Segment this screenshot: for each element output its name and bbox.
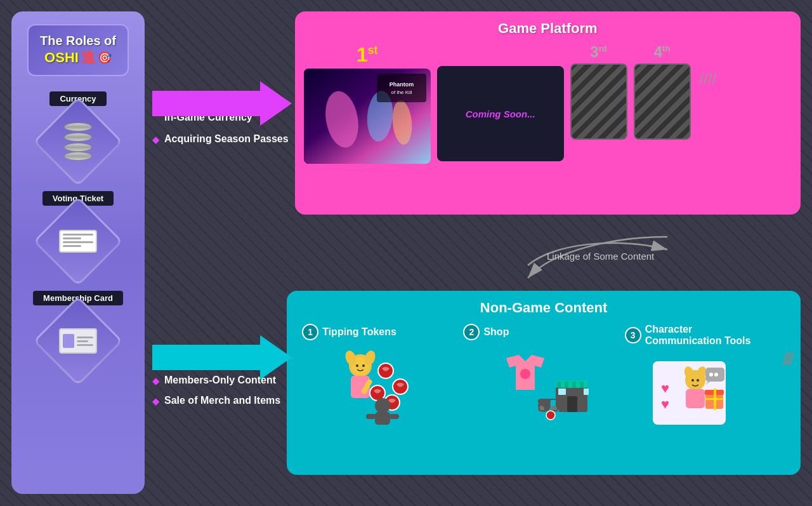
svg-marker-10: [152, 335, 292, 380]
tipping-tokens-label: Tipping Tokens: [322, 326, 396, 338]
game-image-1: Phantom of the Kill: [304, 69, 431, 164]
linkage-area: Linkage of Some Content: [490, 230, 705, 288]
game-2-caption: Coming Soon: [468, 165, 534, 176]
svg-text:♥: ♥: [661, 396, 669, 412]
voting-ticket-diamond: [33, 196, 122, 286]
voting-ticket-icon: [59, 230, 97, 253]
bullet-season-text: Acquiring Season Passes: [164, 133, 289, 145]
currency-diamond: [33, 97, 122, 186]
left-panel: The Roles of OSHI 進 🎯 Currency Voting Ti…: [11, 11, 145, 494]
svg-text:of the Kill: of the Kill: [391, 90, 412, 95]
bullet-sale-text: Sale of Merch and Items: [164, 395, 280, 406]
pink-arrow-top: [152, 81, 292, 128]
svg-point-59: [714, 373, 718, 376]
diamond-bullet-5: ◆: [152, 396, 159, 406]
svg-rect-63: [705, 398, 724, 400]
game-card-2: 2nd Coming Soon... Coming Soon: [437, 44, 564, 176]
coin-1: [64, 123, 92, 131]
rank-sup-3: rd: [599, 44, 607, 53]
rank-1st: 1st: [357, 44, 377, 65]
svg-text:Phantom: Phantom: [389, 81, 414, 88]
rank-sup-4: th: [662, 44, 670, 53]
membership-card-item: Membership Card: [33, 291, 123, 373]
game-image-4: [634, 63, 691, 140]
rank-sup-1: st: [368, 44, 378, 57]
shop-num: 2: [463, 324, 480, 340]
svg-marker-0: [152, 81, 292, 126]
svg-text:♥: ♥: [661, 380, 669, 396]
linkage-text: Linkage of Some Content: [547, 251, 654, 262]
coin-3: [64, 143, 92, 152]
rank-4th: 4th: [654, 44, 671, 60]
currency-item: Currency: [46, 91, 110, 173]
middle-section: Linkage of Some Content: [152, 227, 801, 291]
bottom-section: ◆ Voting and Gifting ◆ Members-Only Cont…: [152, 291, 801, 495]
game-platform-title: Game Platform: [304, 20, 792, 37]
non-game-items: 1 Tipping Tokens: [296, 324, 792, 434]
game-card-3: 3rd: [570, 44, 627, 140]
svg-point-29: [520, 369, 530, 379]
svg-rect-38: [558, 389, 566, 395]
coin-stack: [64, 123, 92, 161]
top-section: ◆ Purchasing In-Game Currency ◆ Acquirin…: [152, 11, 801, 227]
svg-rect-5: [377, 74, 426, 102]
title-kanji: 進: [81, 48, 95, 67]
ticket-line-4: [63, 245, 81, 247]
game-image-3: [570, 63, 627, 140]
svg-point-15: [356, 364, 358, 367]
svg-point-16: [362, 364, 365, 367]
coin-2: [64, 133, 92, 142]
comm-tools-illustration: ♥ ♥: [650, 352, 748, 434]
title-line1: The Roles of: [40, 33, 116, 48]
svg-rect-36: [580, 382, 584, 388]
title-oshi: OSHI: [44, 50, 79, 66]
rank-sup-2: nd: [499, 44, 511, 55]
svg-rect-39: [584, 389, 589, 395]
rank-2nd: 2nd: [489, 44, 511, 62]
cyan-arrow-bottom: [152, 335, 292, 382]
membership-line-3: [77, 344, 93, 346]
svg-point-53: [691, 379, 694, 382]
platform-games: 1st: [304, 44, 792, 190]
currency-icon: [64, 123, 92, 161]
coming-soon-label: Coming Soon...: [466, 109, 535, 119]
membership-card-diamond: [33, 296, 122, 385]
membership-lines: [77, 336, 93, 346]
comm-tools-header: 3 CharacterCommunication Tools: [619, 324, 751, 347]
svg-rect-37: [567, 396, 577, 412]
shop-label: Shop: [483, 326, 509, 338]
more-games-dots: ////: [697, 70, 717, 88]
tipping-tokens-col: 1 Tipping Tokens: [296, 324, 457, 428]
coin-4: [64, 152, 92, 161]
membership-visual: [59, 328, 97, 354]
game-platform-box: Game Platform 1st: [295, 11, 801, 215]
non-game-title: Non-Game Content: [296, 300, 792, 316]
comm-tools-num: 3: [625, 327, 641, 343]
title-emoji: 🎯: [98, 51, 112, 65]
ticket-line-2: [63, 237, 81, 239]
svg-point-46: [546, 411, 555, 420]
tipping-tokens-header: 1 Tipping Tokens: [296, 324, 396, 340]
game-1-caption: "Phantom of the Kill -Alternative Imitat…: [304, 168, 431, 187]
tipping-tokens-num: 1: [302, 324, 318, 340]
svg-point-54: [697, 379, 699, 382]
more-content-dots: ////: [780, 349, 792, 370]
diamond-bullet-2: ◆: [152, 135, 159, 145]
bullet-sale: ◆ Sale of Merch and Items: [152, 395, 280, 406]
title-box: The Roles of OSHI 進 🎯: [27, 24, 129, 76]
tipping-tokens-illustration: [325, 345, 427, 428]
svg-rect-27: [390, 414, 399, 419]
svg-rect-33: [557, 382, 561, 388]
shop-illustration: [487, 345, 589, 428]
shop-col: 2 Shop: [457, 324, 618, 428]
bullet-season: ◆ Acquiring Season Passes: [152, 133, 289, 145]
rank-3rd: 3rd: [590, 44, 607, 60]
voting-ticket-item: Voting Ticket: [43, 191, 114, 273]
svg-rect-34: [565, 382, 568, 388]
main-content: ◆ Purchasing In-Game Currency ◆ Acquirin…: [152, 11, 801, 495]
membership-line-2: [77, 340, 88, 342]
game-card-1: 1st: [304, 44, 431, 187]
svg-point-24: [375, 398, 390, 413]
shop-header: 2 Shop: [457, 324, 509, 340]
ticket-line-3: [63, 241, 93, 243]
